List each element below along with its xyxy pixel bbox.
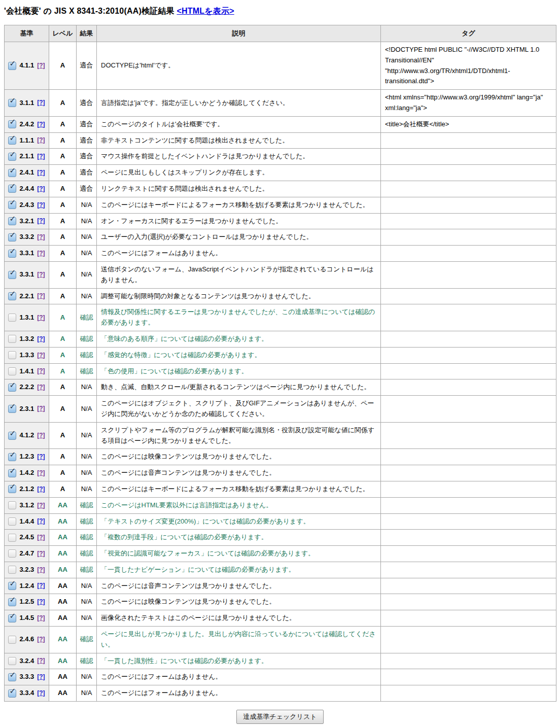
help-link[interactable]: [?] [37,452,45,462]
help-link[interactable]: [?] [37,404,45,413]
help-link[interactable]: [?] [37,431,45,440]
help-link[interactable]: [?] [37,334,45,344]
description-cell: ユーザーの入力(選択)が必要なコントロールは見つかりませんでした。 [97,229,381,246]
criterion-checkbox[interactable]: ✓ [8,469,16,477]
checklist-button[interactable]: 達成基準チェックリスト [236,710,323,724]
help-link[interactable]: [?] [37,232,45,242]
level-cell: A [49,165,77,181]
help-link[interactable]: [?] [37,152,45,161]
help-link[interactable]: [?] [37,168,45,178]
help-link[interactable]: [?] [37,468,45,478]
help-link[interactable]: [?] [37,135,45,145]
criterion-checkbox[interactable]: ✓ [8,271,16,279]
help-link[interactable]: [?] [37,533,45,542]
criterion-checkbox[interactable] [8,549,16,558]
help-link[interactable]: [?] [37,61,45,71]
help-link[interactable]: [?] [37,549,45,559]
table-row: ✓ 1.2.3 [?] A N/A このページには映像コンテンツは見つかりません… [5,449,556,465]
criterion-checkbox[interactable] [8,314,16,322]
result-cell: N/A [77,396,97,423]
criterion-number: 1.2.4 [19,581,34,592]
criterion-checkbox[interactable]: ✓ [8,62,16,70]
help-link[interactable]: [?] [37,688,45,698]
criterion-checkbox[interactable] [8,501,16,509]
html-view-link[interactable]: <HTMLを表示> [177,7,234,15]
help-link[interactable]: [?] [37,613,45,623]
level-cell: A [49,288,77,304]
tag-cell [381,562,556,578]
criterion-checkbox[interactable]: ✓ [8,582,16,590]
help-link[interactable]: [?] [37,635,45,644]
criterion-checkbox[interactable]: ✓ [8,120,16,128]
help-link[interactable]: [?] [37,291,45,301]
result-cell: 適合 [77,90,97,117]
help-link[interactable]: [?] [37,270,45,280]
criterion-checkbox[interactable] [8,636,16,644]
help-link[interactable]: [?] [37,184,45,194]
table-row: ✓ 1.2.4 [?] AA N/A このページには音声コンテンツは見つかりませ… [5,578,556,594]
criterion-checkbox[interactable]: ✓ [8,250,16,258]
criterion-checkbox[interactable]: ✓ [8,432,16,440]
help-link[interactable]: [?] [37,313,45,323]
criterion-checkbox[interactable]: ✓ [8,453,16,461]
help-link[interactable]: [?] [37,581,45,591]
help-link[interactable]: [?] [37,656,45,666]
table-row: ✓ 3.3.1 [?] A N/A このページにはフォームはありません。 [5,246,556,262]
help-link[interactable]: [?] [37,383,45,392]
page: '会社概要' の JIS X 8341-3:2010(AA)検証結果 <HTML… [0,0,560,728]
criterion-checkbox[interactable] [8,517,16,526]
check-icon: ✓ [9,134,16,142]
criterion-checkbox[interactable]: ✓ [8,405,16,413]
criterion-checkbox[interactable]: ✓ [8,673,16,681]
help-link[interactable]: [?] [37,516,45,526]
column-header-description: 説明 [97,25,381,42]
help-link[interactable]: [?] [37,216,45,226]
table-row: ✓ 4.1.2 [?] A N/A スクリプトやフォーム等のプログラムが解釈可能… [5,422,556,449]
help-link[interactable]: [?] [37,484,45,494]
help-link[interactable]: [?] [37,366,45,376]
criterion-checkbox[interactable]: ✓ [8,485,16,493]
criterion-checkbox[interactable]: ✓ [8,169,16,177]
help-link[interactable]: [?] [37,120,45,129]
help-link[interactable]: [?] [37,351,45,360]
criterion-checkbox[interactable] [8,534,16,542]
help-link[interactable]: [?] [37,597,45,607]
criterion-checkbox[interactable]: ✓ [8,136,16,145]
level-cell: AA [49,578,77,594]
criterion-checkbox[interactable]: ✓ [8,185,16,193]
tag-cell [381,530,556,546]
criterion-checkbox[interactable]: ✓ [8,384,16,392]
tag-cell [381,669,556,685]
check-icon: ✓ [9,166,16,174]
table-row: 2.4.5 [?] AA 確認 「複数の到達手段」については確認の必要があります… [5,530,556,546]
criterion-checkbox[interactable]: ✓ [8,233,16,241]
criterion-checkbox[interactable]: ✓ [8,598,16,606]
criterion-checkbox[interactable]: ✓ [8,153,16,161]
criterion-checkbox[interactable] [8,367,16,375]
criterion-checkbox[interactable] [8,335,16,343]
result-cell: 適合 [77,181,97,197]
help-link[interactable]: [?] [37,200,45,210]
check-icon: ✓ [9,182,16,190]
criterion-checkbox[interactable]: ✓ [8,99,16,107]
criterion-checkbox[interactable] [8,351,16,359]
criterion-checkbox[interactable]: ✓ [8,614,16,622]
help-link[interactable]: [?] [37,672,45,682]
check-icon: ✓ [9,247,16,255]
criterion-checkbox[interactable]: ✓ [8,292,16,300]
help-link[interactable]: [?] [37,501,45,510]
criterion-checkbox[interactable] [8,657,16,665]
tag-cell [381,347,556,363]
table-row: ✓ 1.4.5 [?] AA N/A 画像化されたテキストはこのページには見つか… [5,610,556,627]
help-link[interactable]: [?] [37,98,45,108]
help-link[interactable]: [?] [37,249,45,258]
help-link[interactable]: [?] [37,565,45,575]
criterion-checkbox[interactable]: ✓ [8,689,16,698]
check-icon: ✓ [9,482,16,490]
criterion-checkbox[interactable] [8,566,16,574]
criterion-checkbox[interactable]: ✓ [8,201,16,209]
table-row: 1.3.1 [?] A 確認 情報及び関係性に関するエラーは見つかりませんでした… [5,304,556,331]
criterion-checkbox[interactable]: ✓ [8,217,16,225]
criterion-number: 4.1.1 [19,60,34,71]
description-cell: 調整可能な制限時間の対象となるコンテンツは見つかりませんでした。 [97,288,381,304]
